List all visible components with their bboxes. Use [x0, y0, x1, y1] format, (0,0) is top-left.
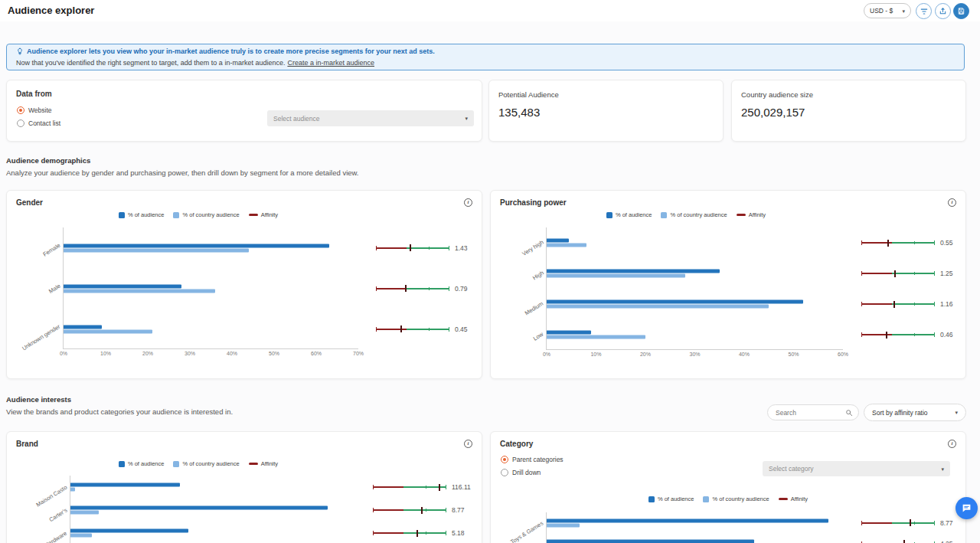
chart-legend: % of audience % of country audience Affi…: [38, 460, 359, 467]
affinity-spark: [373, 484, 446, 491]
affinity-row: 1.16: [861, 289, 965, 319]
affinity-row: 0.46: [861, 319, 965, 350]
legend-country-label: % of country audience: [182, 211, 239, 218]
save-button[interactable]: [953, 3, 969, 19]
chart-row: High: [547, 258, 843, 289]
demographics-section-subtitle: Analyze your audience by gender and purc…: [6, 168, 359, 177]
category-label: Female: [41, 242, 61, 258]
chart-legend: % of audience % of country audience Affi…: [491, 496, 965, 502]
info-icon[interactable]: i: [948, 440, 956, 448]
create-audience-link[interactable]: Create a in-market audience: [287, 59, 374, 67]
country-swatch: [173, 212, 179, 218]
affinity-spark: [861, 519, 935, 526]
radio-selected-icon: [17, 106, 24, 114]
bar-group: [547, 238, 843, 248]
audience-select[interactable]: Select audience ▾: [267, 110, 474, 126]
chart-title: Gender: [16, 198, 43, 207]
radio-unselected-icon: [17, 119, 24, 127]
affinity-column: 116.118.775.18: [373, 476, 480, 543]
gender-card: Gender i % of audience % of country audi…: [6, 190, 482, 379]
radio-website-label: Website: [28, 106, 52, 114]
country-audience-bar: [70, 534, 92, 538]
affinity-marker: [410, 244, 411, 251]
chart-row: [547, 533, 843, 543]
radio-parent-categories-label: Parent categories: [512, 456, 564, 463]
affinity-value: 0.45: [455, 325, 468, 333]
chat-fab[interactable]: [956, 497, 978, 519]
banner-body: Now that you've identified the right seg…: [16, 59, 285, 67]
currency-selector[interactable]: USD - $ ▾: [864, 3, 911, 18]
legend-country-label: % of country audience: [712, 496, 769, 502]
interests-section-title: Audience interests: [6, 395, 71, 404]
affinity-marker: [421, 507, 423, 514]
audience-bar: [64, 244, 329, 247]
affinity-column: 1.430.790.45: [376, 227, 480, 349]
affinity-marker: [886, 332, 887, 339]
page-title: Audience explorer: [8, 0, 94, 21]
audience-bar: [547, 331, 591, 335]
filter-button[interactable]: [916, 3, 932, 19]
audience-explorer-page: Audience explorer USD - $ ▾ Audience exp…: [0, 0, 980, 543]
affinity-spark: [861, 332, 935, 339]
chart-title: Brand: [16, 440, 38, 448]
affinity-marker: [910, 519, 911, 526]
chevron-down-icon: ▾: [465, 116, 468, 121]
legend-affinity-label: Affinity: [749, 211, 766, 218]
category-label: Unknown gender: [21, 323, 62, 352]
bar-group: [547, 299, 843, 309]
affinity-marker: [405, 285, 407, 292]
affinity-row: 0.45: [376, 309, 480, 349]
chart-row: Very high: [547, 227, 843, 258]
category-select[interactable]: Select category ▾: [763, 461, 950, 476]
affinity-spark: [373, 507, 446, 514]
lightbulb-icon: [16, 47, 24, 55]
affinity-value: 0.46: [940, 331, 953, 339]
affinity-spark: [861, 301, 935, 308]
radio-drill-down[interactable]: Drill down: [501, 469, 541, 476]
affinity-marker: [400, 325, 402, 332]
affinity-column: 0.551.251.160.46: [861, 227, 965, 350]
legend-affinity-label: Affinity: [261, 211, 278, 218]
affinity-swatch: [737, 214, 746, 216]
x-axis-tick: 60%: [838, 352, 848, 357]
info-icon[interactable]: i: [464, 198, 472, 207]
audience-bar: [70, 529, 188, 533]
legend-affinity-label: Affinity: [261, 460, 278, 467]
audience-bar: [547, 300, 803, 304]
export-button[interactable]: [935, 3, 951, 19]
demographics-section-title: Audience demographics: [6, 156, 90, 165]
bar-group: [547, 330, 843, 340]
affinity-row: 1.25: [861, 258, 965, 289]
info-icon[interactable]: i: [464, 440, 472, 448]
potential-audience-label: Potential Audience: [498, 90, 559, 99]
search-input[interactable]: [776, 406, 843, 419]
info-icon[interactable]: i: [948, 198, 956, 207]
affinity-row: 5.18: [373, 522, 480, 543]
filter-icon: [920, 8, 928, 15]
affinity-value: 1.25: [940, 270, 953, 277]
radio-website[interactable]: Website: [17, 106, 52, 114]
save-icon: [957, 7, 965, 15]
x-axis-tick: 30%: [185, 351, 195, 356]
affinity-row: 1.43: [376, 227, 480, 268]
chart-row: Male: [64, 268, 358, 309]
bar-group: [64, 243, 358, 253]
legend-audience-label: % of audience: [658, 496, 694, 502]
chart-row: Toys & Games: [547, 512, 843, 533]
search-icon[interactable]: [845, 409, 853, 417]
radio-parent-categories[interactable]: Parent categories: [501, 456, 564, 463]
radio-contact-list-label: Contact list: [28, 119, 60, 127]
sort-select[interactable]: Sort by affinity ratio ▾: [864, 404, 966, 421]
affinity-row: 8.77: [861, 512, 965, 533]
bar-plot: Toys & Games: [546, 512, 843, 543]
affinity-spark: [861, 240, 935, 247]
chart-row: Unknown gender: [64, 309, 358, 349]
affinity-spark: [376, 325, 449, 332]
x-axis: 0%10%20%30%40%50%60%70%: [64, 348, 358, 358]
radio-contact-list[interactable]: Contact list: [17, 119, 60, 127]
category-select-placeholder: Select category: [769, 465, 814, 473]
x-axis-tick: 10%: [100, 351, 111, 356]
legend-audience-label: % of audience: [128, 460, 165, 467]
x-axis-tick: 60%: [311, 351, 322, 356]
x-axis-tick: 40%: [739, 352, 750, 357]
